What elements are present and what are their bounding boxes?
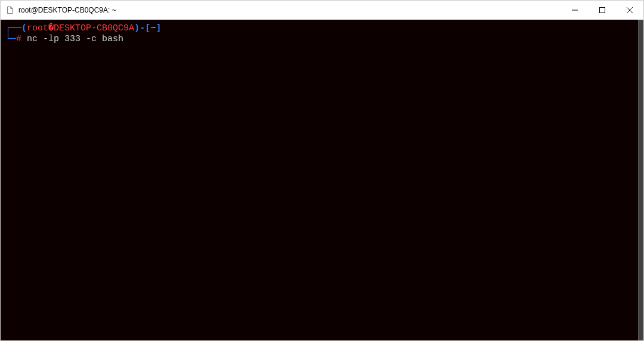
app-window: root@DESKTOP-CB0QC9A: ~ ┌──(root�DESKTOP…	[0, 0, 644, 341]
window-title: root@DESKTOP-CB0QC9A: ~	[18, 6, 561, 14]
window-controls	[561, 1, 643, 20]
scrollbar-thumb[interactable]	[638, 20, 643, 340]
maximize-button[interactable]	[589, 1, 616, 20]
prompt-user: root	[27, 23, 48, 33]
close-button[interactable]	[616, 1, 643, 20]
prompt-block: ┌──(root�DESKTOP-CB0QC9A)-[~] └─# nc -lp…	[5, 23, 640, 45]
close-paren: )	[134, 23, 140, 33]
command-text: nc -lp 333 -c bash	[21, 34, 123, 44]
diamond-icon: �	[48, 23, 54, 33]
scrollbar-track[interactable]	[637, 20, 643, 340]
open-paren: (	[21, 23, 27, 33]
lbracket: [	[145, 23, 150, 33]
prompt-line-1: ┌──(root�DESKTOP-CB0QC9A)-[~]	[5, 23, 640, 34]
prompt-host: DESKTOP-CB0QC9A	[54, 23, 134, 33]
dash: -	[140, 23, 145, 33]
corner-top: ┌──	[5, 23, 21, 33]
rbracket: ]	[156, 23, 161, 33]
prompt-line-2: └─# nc -lp 333 -c bash	[5, 34, 640, 45]
minimize-button[interactable]	[561, 1, 589, 20]
file-icon	[5, 5, 15, 15]
terminal[interactable]: ┌──(root�DESKTOP-CB0QC9A)-[~] └─# nc -lp…	[1, 20, 643, 340]
titlebar[interactable]: root@DESKTOP-CB0QC9A: ~	[1, 1, 643, 20]
corner-bottom: └─	[5, 34, 16, 44]
cwd: ~	[150, 23, 156, 33]
svg-rect-1	[600, 8, 605, 13]
hash-icon: #	[16, 34, 21, 44]
